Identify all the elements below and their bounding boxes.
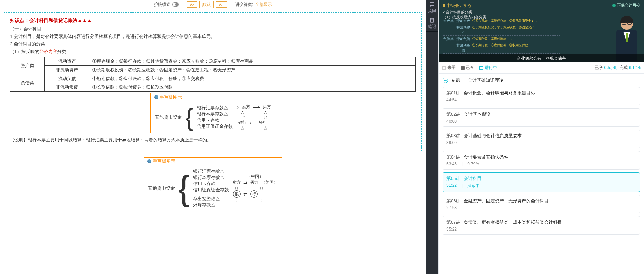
font-increase-button[interactable]: A+ xyxy=(216,1,227,8)
paragraph: 1.会计科目，是对会计要素具体内容进行分类核算的项目，是进行会计核算和提供会计信… xyxy=(10,33,416,40)
chat-icon xyxy=(429,2,435,7)
video-player[interactable]: 中级会计实务 正保会计网校 2.会计科目的分类 （1）按反映经济内容分类 资产类… xyxy=(439,0,644,62)
pencil-icon xyxy=(154,95,158,99)
answers-visibility[interactable]: 讲义答案: 全部显示 xyxy=(235,2,272,8)
status-dot-not-learned xyxy=(442,66,446,70)
svg-rect-0 xyxy=(430,3,434,6)
pencil-icon xyxy=(147,159,151,163)
handwriting-sketch-1: 手写板图示 其他货币资金 { 银行汇票存款△ 银行本票存款△ 信用卡存款 信用证… xyxy=(150,93,275,133)
flow-diagram: （中国） 卖方⇄买方（美国） ↓↑↑↓↑↑ 银⇄行 ↕↕ xyxy=(232,174,278,203)
video-subtitle: 企业偶尔会有一些现金储备 xyxy=(439,54,644,62)
progress-legend: 未学 已学 进行中 已学 0.5小时 完成 6.12% xyxy=(439,62,644,74)
flow-diagram: ▷卖方⟶买方 △△ ↓↑↓↑ 银行⟵银行 △△ xyxy=(236,104,271,130)
toolbar: 护眼模式 A- 默认 A+ 讲义答案: 全部显示 xyxy=(0,0,426,9)
font-decrease-button[interactable]: A- xyxy=(187,1,197,8)
status-dot-in-progress xyxy=(479,66,483,70)
lesson-list: 第01讲会计概念、会计职能与财务报告目标44:54第02讲会计基本假设40:00… xyxy=(439,87,644,239)
font-default-button[interactable]: 默认 xyxy=(199,1,214,8)
collapse-icon[interactable]: − xyxy=(443,78,448,83)
knowledge-point-title: 知识点：会计科目和借贷记账法▲▲▲ xyxy=(10,18,416,24)
video-course-title: 中级会计实务 xyxy=(443,3,472,9)
explanation-note: 【说明】银行本票主要用于同城结算；银行汇票主要用于异地结算；两者的结算方式本质上… xyxy=(10,137,416,143)
table-row: 负债类 流动负债 ①短期借款；②应付账款；③应付职工薪酬；④应交税费 xyxy=(10,74,416,83)
answers-label: 讲义答案: xyxy=(235,2,253,8)
brace-icon: { xyxy=(185,105,193,130)
table-row: 资产类 流动资产 ①库存现金；②银行存款；③其他货币资金；④应收账款；⑤原材料；… xyxy=(10,57,416,66)
lesson-card[interactable]: 第04讲会计要素及其确认条件53:45|9.79% xyxy=(443,151,640,170)
table-row: 非流动负债 ①长期借款；②应付债券；③长期应付款 xyxy=(10,83,416,92)
topic-header[interactable]: − 专题一会计基础知识理论 xyxy=(439,74,644,87)
brace-icon: { xyxy=(178,171,190,205)
table-row: 非流动资产 ①长期股权投资；②长期应收款；③固定资产；④在建工程；⑤无形资产 xyxy=(10,66,416,74)
side-tab-bar: 提问 笔记 xyxy=(426,0,438,274)
lesson-card[interactable]: 第06讲金融资产、固定资产、无形资产的会计科目27:58 xyxy=(443,195,640,213)
paragraph: （1）按反映的经济内容分类 xyxy=(10,49,416,55)
tab-ask[interactable]: 提问 xyxy=(426,0,438,16)
tab-note[interactable]: 笔记 xyxy=(426,16,438,32)
lesson-card[interactable]: 第01讲会计概念、会计职能与财务报告目标44:54 xyxy=(443,87,640,105)
toggle-icon xyxy=(172,2,179,7)
status-dot-learned xyxy=(461,66,465,70)
section-heading: （一）会计科目 xyxy=(10,26,416,32)
answers-value: 全部显示 xyxy=(255,2,272,8)
classification-table: 资产类 流动资产 ①库存现金；②银行存款；③其他货币资金；④应收账款；⑤原材料；… xyxy=(10,57,416,92)
lecture-content: 知识点：会计科目和借贷记账法▲▲▲ （一）会计科目 1.会计科目，是对会计要素具… xyxy=(0,9,426,274)
handwriting-sketch-2: 手写板图示 其他货币资金 { 银行汇票存款△ 银行本票存款△ 信用卡存款 信用证… xyxy=(144,157,282,211)
lesson-card[interactable]: 第02讲会计基本假设40:00 xyxy=(443,108,640,127)
lesson-card[interactable]: 第07讲负债类、所有者权益类、成本类和损益类会计科目35:22 xyxy=(443,216,640,235)
eye-mode-label: 护眼模式 xyxy=(154,2,170,8)
video-board: 资产类流动资产①库存现金；②银行存款；③其他货币资金；…非流动资产①长期股权投资… xyxy=(443,18,560,54)
progress-summary: 已学 0.5小时 完成 6.12% xyxy=(595,65,641,71)
eye-mode-toggle[interactable]: 护眼模式 xyxy=(154,2,179,8)
paragraph: 2.会计科目的分类 xyxy=(10,41,416,47)
lesson-card[interactable]: 第05讲会计科目51:22|播放中 xyxy=(443,172,640,192)
brand-logo: 正保会计网校 xyxy=(612,3,640,8)
note-icon xyxy=(429,18,435,23)
lesson-card[interactable]: 第03讲会计基础与会计信息质量要求39:00 xyxy=(443,130,640,148)
